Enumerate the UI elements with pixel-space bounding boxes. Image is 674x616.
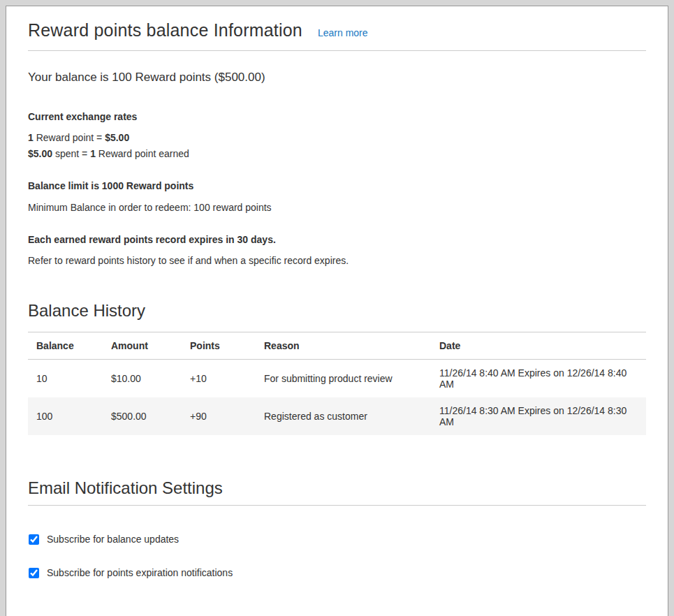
- header-amount: Amount: [103, 332, 182, 360]
- header-points: Points: [182, 332, 256, 360]
- rate-earn-line: $5.00 spent = 1 Reward point earned: [28, 148, 646, 159]
- balance-limit-heading: Balance limit is 1000 Reward points: [28, 180, 646, 191]
- header-date: Date: [431, 332, 646, 360]
- table-row: 10 $10.00 +10 For submitting product rev…: [28, 360, 646, 398]
- table-row: 100 $500.00 +90 Registered as customer 1…: [28, 397, 646, 435]
- expiration-notifications-row[interactable]: Subscribe for points expiration notifica…: [28, 567, 646, 578]
- header-reason: Reason: [256, 332, 431, 360]
- rate-earn-tail: Reward point earned: [96, 148, 189, 159]
- email-settings-divider: [28, 505, 646, 506]
- learn-more-link[interactable]: Learn more: [318, 27, 368, 38]
- balance-cell: 10: [28, 360, 103, 398]
- expiration-note: Refer to reward points history to see if…: [28, 255, 646, 266]
- rate-redeem-mid: Reward point =: [34, 132, 105, 143]
- header-divider: [28, 50, 646, 51]
- balance-updates-row[interactable]: Subscribe for balance updates: [28, 534, 646, 545]
- expiration-notifications-checkbox[interactable]: [29, 568, 39, 578]
- balance-cell: 100: [28, 397, 103, 435]
- balance-history-title: Balance History: [28, 301, 646, 321]
- date-cell: 11/26/14 8:40 AM Expires on 12/26/14 8:4…: [431, 360, 646, 398]
- page-title: Reward points balance Information: [28, 20, 302, 41]
- table-body: 10 $10.00 +10 For submitting product rev…: [28, 360, 646, 436]
- rate-redeem-line: 1 Reward point = $5.00: [28, 132, 646, 143]
- balance-updates-label[interactable]: Subscribe for balance updates: [47, 534, 179, 545]
- reason-cell: For submitting product review: [256, 360, 431, 398]
- rate-earn-money: $5.00: [28, 148, 52, 159]
- rate-redeem-money: $5.00: [105, 132, 129, 143]
- amount-cell: $10.00: [103, 360, 182, 398]
- points-cell: +90: [182, 397, 256, 435]
- expiration-heading: Each earned reward points record expires…: [28, 234, 646, 245]
- table-header-row: Balance Amount Points Reason Date: [28, 332, 646, 360]
- header-row: Reward points balance Information Learn …: [28, 6, 646, 41]
- balance-history-table: Balance Amount Points Reason Date 10 $10…: [28, 332, 646, 435]
- rate-earn-mid: spent =: [52, 148, 90, 159]
- reason-cell: Registered as customer: [256, 397, 431, 435]
- exchange-rates: 1 Reward point = $5.00 $5.00 spent = 1 R…: [28, 132, 646, 159]
- amount-cell: $500.00: [103, 397, 182, 435]
- header-balance: Balance: [28, 332, 103, 360]
- rate-earn-points: 1: [90, 148, 96, 159]
- email-settings-title: Email Notification Settings: [28, 478, 646, 498]
- points-cell: +10: [182, 360, 256, 398]
- exchange-rates-heading: Current exchange rates: [28, 111, 646, 122]
- date-cell: 11/26/14 8:30 AM Expires on 12/26/14 8:3…: [431, 397, 646, 435]
- min-balance-text: Minimum Balance in order to redeem: 100 …: [28, 202, 646, 213]
- table-header: Balance Amount Points Reason Date: [28, 332, 646, 360]
- balance-updates-checkbox[interactable]: [29, 534, 39, 545]
- expiration-notifications-label[interactable]: Subscribe for points expiration notifica…: [47, 567, 233, 578]
- reward-points-panel: Reward points balance Information Learn …: [6, 6, 668, 616]
- balance-summary: Your balance is 100 Reward points ($500.…: [28, 71, 646, 85]
- rate-redeem-points: 1: [28, 132, 34, 143]
